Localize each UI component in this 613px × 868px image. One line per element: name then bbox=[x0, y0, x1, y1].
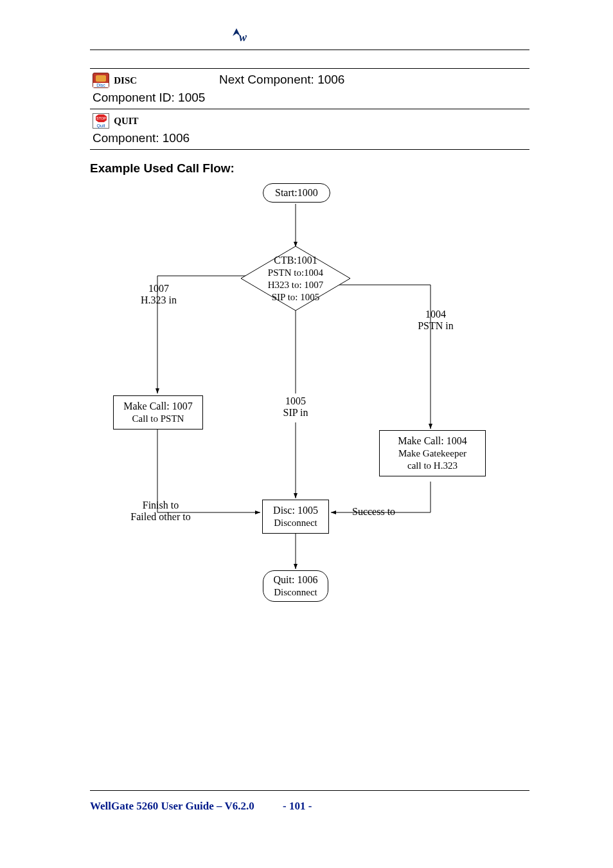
section-title: Example Used Call Flow: bbox=[90, 161, 529, 176]
header-rule: w bbox=[90, 32, 529, 50]
node-quit: Quit: 1006 Disconnect bbox=[263, 570, 328, 602]
page: w DISC Component ID: 1005 Next Component… bbox=[0, 0, 613, 615]
footer: WellGate 5260 User Guide – V6.2.0 - 101 … bbox=[90, 800, 254, 813]
logo-icon: w bbox=[230, 27, 252, 46]
table-row: DISC Component ID: 1005 Next Component: … bbox=[90, 69, 529, 109]
ctb-l1: PSTN to:1004 bbox=[241, 267, 350, 279]
disc-icon bbox=[93, 73, 109, 88]
ctb-l2: H323 to: 1007 bbox=[241, 279, 350, 291]
flowchart: Start:1000 CTB:1001 PSTN to:1004 H323 to… bbox=[96, 178, 520, 615]
component-table: DISC Component ID: 1005 Next Component: … bbox=[90, 68, 529, 150]
footer-rule bbox=[90, 790, 529, 791]
quit-icon bbox=[93, 113, 109, 129]
branch-left-label: 1007 H.323 in bbox=[136, 283, 181, 306]
ctb-l3: SIP to: 1005 bbox=[241, 291, 350, 303]
node-disc: Disc: 1005 Disconnect bbox=[262, 500, 329, 534]
table-row: QUIT Component: 1006 bbox=[90, 109, 529, 150]
finish-label: Finish to Failed other to bbox=[122, 500, 199, 523]
next-component-text: Next Component: 1006 bbox=[217, 69, 529, 109]
component-text: Component: 1006 bbox=[93, 129, 213, 145]
branch-right-label: 1004 PSTN in bbox=[410, 309, 461, 332]
svg-text:w: w bbox=[239, 31, 247, 44]
component-id-text: Component ID: 1005 bbox=[93, 88, 213, 105]
node-make-1007: Make Call: 1007 Call to PSTN bbox=[113, 395, 203, 429]
quit-label: QUIT bbox=[114, 116, 138, 126]
node-make-1004: Make Call: 1004 Make Gatekeeper call to … bbox=[379, 430, 486, 476]
success-label: Success to bbox=[352, 506, 395, 518]
footer-title: WellGate 5260 User Guide – V6.2.0 bbox=[90, 800, 254, 812]
node-ctb: CTB:1001 PSTN to:1004 H323 to: 1007 SIP … bbox=[241, 254, 350, 303]
page-number: - 101 - bbox=[283, 800, 312, 813]
empty-cell bbox=[217, 109, 529, 150]
node-start: Start:1000 bbox=[263, 183, 330, 203]
disc-label: DISC bbox=[114, 75, 137, 86]
sip-label: 1005 SIP in bbox=[273, 395, 318, 419]
ctb-title: CTB:1001 bbox=[241, 254, 350, 267]
start-label: Start:1000 bbox=[275, 187, 318, 198]
